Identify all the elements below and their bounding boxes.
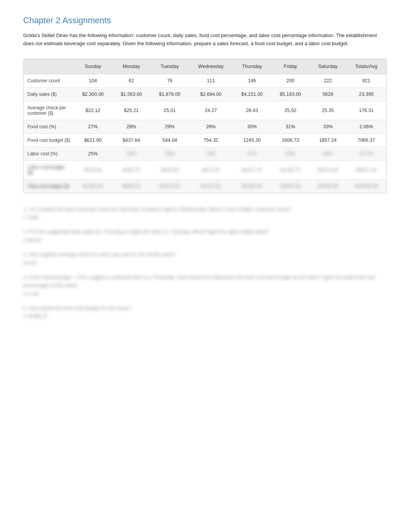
cell-wednesday: 111 <box>189 74 233 87</box>
row-label: Food cost (%) <box>24 120 74 133</box>
cell-friday: 25.92 <box>271 101 310 120</box>
cell-saturday: $3433.08 <box>310 179 346 193</box>
cell-friday: 1606.73 <box>271 133 310 147</box>
cell-tuesday: 26% <box>151 147 189 160</box>
page-title: Chapter 2 Assignments <box>23 15 387 25</box>
table-row: Average check per customer ($) $22.12 $2… <box>24 101 386 120</box>
cell-saturday: 1857.24 <box>310 133 346 147</box>
cell-saturday: $1575.84 <box>310 160 346 179</box>
cell-totals: 176.31 <box>346 101 386 120</box>
cell-tuesday: 25.01 <box>151 101 189 120</box>
question-4-answer: co 4.00 <box>23 291 387 297</box>
col-header-thursday: Thursday <box>233 59 271 74</box>
question-3-text: 3. How register average check for each d… <box>23 251 387 259</box>
question-1: 1. You created the best customer count f… <box>23 206 387 221</box>
cell-monday: $1,563.00 <box>112 87 150 101</box>
table-row: Food cost budget ($) $621.00 $437.64 544… <box>24 133 386 147</box>
cell-wednesday: $2,694.00 <box>189 87 233 101</box>
col-header-totals: Totals/Avg <box>346 59 386 74</box>
row-label: Average check per customer ($) <box>24 101 74 120</box>
cell-wednesday: $673.50 <box>189 160 233 179</box>
cell-sunday: $2,300.00 <box>74 87 112 101</box>
cell-tuesday: 76 <box>151 74 189 87</box>
cell-friday: $5,183.00 <box>271 87 310 101</box>
cell-tuesday: 544.04 <box>151 133 189 147</box>
cell-monday: 25% <box>112 147 150 160</box>
cell-monday: $828.39 <box>112 179 150 193</box>
col-header-saturday: Saturday <box>310 59 346 74</box>
cell-thursday: 1245.30 <box>233 133 271 147</box>
cell-wednesday: 754.32 <box>189 133 233 147</box>
cell-sunday: 104 <box>74 74 112 87</box>
col-header-label <box>24 59 74 74</box>
cell-thursday: $4,151.00 <box>233 87 271 101</box>
cell-tuesday: $1,876.00 <box>151 87 189 101</box>
cell-thursday: $1037.75 <box>233 160 271 179</box>
question-5: 5. How would the food cost budget for th… <box>23 304 387 320</box>
question-1-text: 1. You created the best customer count f… <box>23 206 387 214</box>
row-label: Labor cost budget ($) <box>24 160 74 179</box>
cell-thursday: 30% <box>233 120 271 133</box>
cell-thursday: 146 <box>233 74 271 87</box>
question-2-text: 2. If is the suggested daily sales for T… <box>23 228 387 236</box>
col-header-monday: Monday <box>112 59 150 74</box>
cell-monday: 62 <box>112 74 150 87</box>
cell-totals: 25.7% <box>346 147 386 160</box>
cell-totals: 7066.37 <box>346 133 386 147</box>
table-row: Daily sales ($) $2,300.00 $1,563.00 $1,8… <box>24 87 386 101</box>
cell-totals: 921 <box>346 74 386 87</box>
table-header-row: Sunday Monday Tuesday Wednesday Thursday… <box>24 59 386 74</box>
row-label: Daily sales ($) <box>24 87 74 101</box>
cell-friday: 25% <box>271 147 310 160</box>
cell-saturday: 33% <box>310 120 346 133</box>
col-header-wednesday: Wednesday <box>189 59 233 74</box>
description-text: Golda's Skillet Diner has the following … <box>23 32 387 48</box>
question-2-answer: 2,940.00 <box>23 238 387 243</box>
cell-totals: $13083.86 <box>346 179 386 193</box>
cell-sunday: 27% <box>74 120 112 133</box>
cell-tuesday: 29% <box>151 120 189 133</box>
questions-section: 1. You created the best customer count f… <box>23 206 387 320</box>
cell-tuesday: $469.00 <box>151 160 189 179</box>
cell-totals: 23,395 <box>346 87 386 101</box>
cell-sunday: $1196.00 <box>74 179 112 193</box>
cell-wednesday: $1427.82 <box>189 179 233 193</box>
cell-saturday: 5628 <box>310 87 346 101</box>
table-row: Food cost (%) 27% 28% 29% 28% 30% 31% 33… <box>24 120 386 133</box>
col-header-sunday: Sunday <box>74 59 112 74</box>
cell-friday: 31% <box>271 120 310 133</box>
col-header-friday: Friday <box>271 59 310 74</box>
cell-totals: $6017.59 <box>346 160 386 179</box>
cell-saturday: 25.35 <box>310 101 346 120</box>
table-row: Customer count 104 62 76 111 146 200 222… <box>24 74 386 87</box>
cell-thursday: $2283.05 <box>233 179 271 193</box>
cell-thursday: 28.43 <box>233 101 271 120</box>
table-row: Total cost budget ($) $1196.00 $828.39 $… <box>24 179 386 193</box>
cell-wednesday: 28% <box>189 120 233 133</box>
cell-thursday: 27% <box>233 147 271 160</box>
cell-friday: 200 <box>271 74 310 87</box>
table-row: Labor cost budget ($) $575.00 $390.75 $4… <box>24 160 386 179</box>
cell-friday: $1295.75 <box>271 160 310 179</box>
cell-saturday: 222 <box>310 74 346 87</box>
question-4-text: 4. If our 0 percentage = 27%, suggest a … <box>23 274 387 290</box>
question-5-text: 5. How would the food cost budget for th… <box>23 304 387 313</box>
cell-totals: 2.06% <box>346 120 386 133</box>
cell-wednesday: 24% <box>189 147 233 160</box>
cell-friday: $2902.48 <box>271 179 310 193</box>
cell-monday: $390.75 <box>112 160 150 179</box>
question-5-answer: 5. $7066.37 <box>23 314 387 319</box>
question-2: 2. If is the suggested daily sales for T… <box>23 228 387 243</box>
question-3-answer: 25.421 <box>23 260 387 266</box>
cell-tuesday: $1013.04 <box>151 179 189 193</box>
data-table: Sunday Monday Tuesday Wednesday Thursday… <box>23 59 387 193</box>
cell-saturday: 28% <box>310 147 346 160</box>
col-header-tuesday: Tuesday <box>151 59 189 74</box>
cell-monday: $437.64 <box>112 133 150 147</box>
row-label: Labor cost (%) <box>24 147 74 160</box>
cell-monday: 28% <box>112 120 150 133</box>
question-4: 4. If our 0 percentage = 27%, suggest a … <box>23 274 387 297</box>
table-row: Labor cost (%) 25% 25% 26% 24% 27% 25% 2… <box>24 147 386 160</box>
cell-wednesday: 24.27 <box>189 101 233 120</box>
question-1-answer: 1. 5400 <box>23 215 387 220</box>
